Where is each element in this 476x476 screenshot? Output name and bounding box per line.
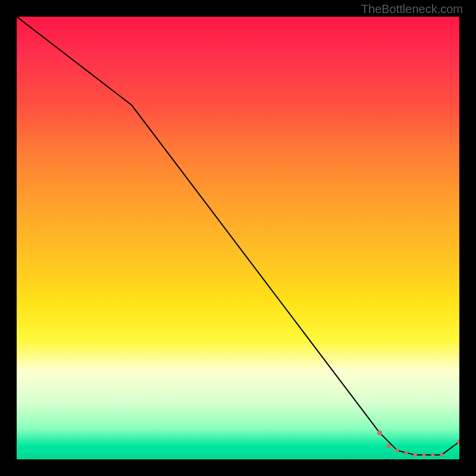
chart-marker [414,453,417,457]
chart-marker [396,449,399,452]
chart-svg-layer [17,17,459,459]
chart-marker [377,430,382,435]
chart-plot-area [17,17,459,459]
chart-markers-group [377,430,459,456]
chart-line-series [17,17,459,455]
watermark-text: TheBottleneck.com [361,2,463,16]
chart-marker [440,453,443,457]
chart-marker [431,453,434,457]
chart-marker [405,451,408,455]
chart-marker [387,444,391,448]
chart-marker [422,453,426,457]
